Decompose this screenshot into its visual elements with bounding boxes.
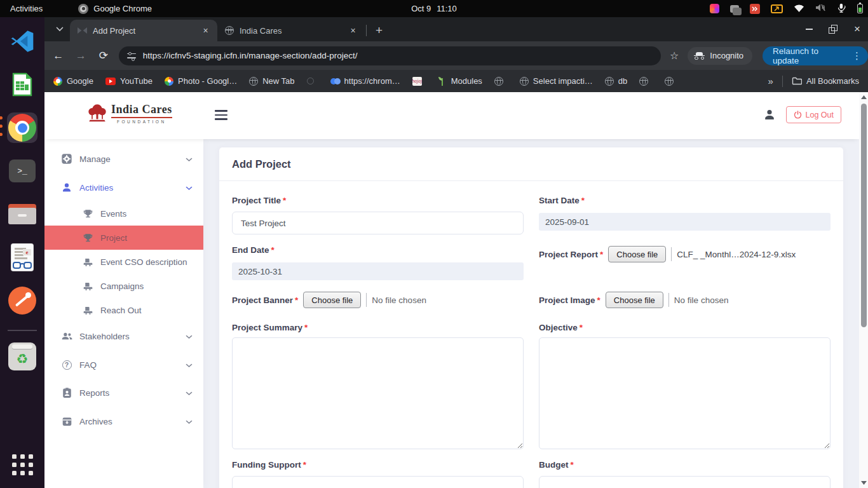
sidebar-item-faq[interactable]: ? FAQ (44, 353, 203, 376)
blue-link-icon (330, 78, 340, 85)
sidebar-item-project[interactable]: Project (44, 226, 203, 250)
bookmark-google[interactable]: Google (53, 76, 93, 86)
trash-icon: ♻ (8, 342, 36, 370)
browser-menu-icon[interactable]: ⋮ (852, 50, 862, 62)
dock-google-chrome[interactable] (7, 112, 37, 143)
bookmark-globe-1[interactable] (494, 77, 508, 86)
bookmark-bajaj[interactable]: bajaj (412, 77, 426, 86)
relaunch-to-update-button[interactable]: Relaunch to update ⋮ (763, 46, 868, 65)
project-report-choose-file-button[interactable]: Choose file (608, 246, 666, 262)
bookmark-select-impact[interactable]: Select impacti… (520, 76, 593, 86)
dock-terminal[interactable]: >_ (7, 156, 37, 186)
sidebar-item-reach-out[interactable]: Reach Out (44, 299, 203, 322)
clock[interactable]: Oct 9 11:10 (411, 4, 457, 13)
sidebar-item-events[interactable]: Events (44, 202, 203, 225)
project-report-label: Project Report* (539, 250, 603, 259)
sidebar-item-campaigns[interactable]: Campaigns (44, 274, 203, 297)
tab-search-button[interactable] (52, 22, 67, 37)
tab-add-project[interactable]: Add Project × (70, 20, 217, 41)
logout-button[interactable]: Log Out (786, 106, 841, 123)
help-icon: ? (60, 360, 73, 370)
back-button[interactable]: ← (50, 47, 67, 65)
seat-icon (81, 257, 94, 268)
screenshare-indicator-icon (750, 4, 760, 14)
project-banner-label: Project Banner* (232, 295, 298, 305)
bookmark-star-icon[interactable]: ☆ (670, 50, 679, 62)
page-scrollbar[interactable] (859, 92, 868, 488)
activities-hotcorner[interactable]: Activities (0, 4, 53, 13)
objective-label: Objective* (539, 323, 583, 332)
project-banner-choose-file-button[interactable]: Choose file (303, 292, 361, 308)
scroll-up-arrow[interactable] (859, 93, 868, 101)
sidebar-item-stakeholders[interactable]: Stakeholders (44, 325, 203, 348)
incognito-badge: Incognito (688, 47, 752, 65)
sidebar-item-activities[interactable]: Activities (44, 176, 203, 199)
site-settings-icon[interactable] (126, 51, 137, 61)
system-tray[interactable] (710, 0, 863, 17)
funding-support-label: Funding Support* (232, 460, 306, 470)
project-summary-textarea[interactable] (232, 337, 524, 449)
dock-trash[interactable]: ♻ (7, 341, 37, 372)
card-header: Add Project (219, 147, 843, 181)
dock-vscode[interactable] (7, 26, 37, 57)
bookmark-modules[interactable]: Modules (438, 76, 482, 86)
forward-button[interactable]: → (72, 47, 90, 65)
google-photos-icon (165, 77, 173, 86)
bookmark-new-tab[interactable]: New Tab (249, 76, 294, 86)
close-window-button[interactable]: × (853, 25, 862, 34)
bajaj-icon: bajaj (412, 77, 422, 86)
reload-button[interactable]: ⟳ (95, 47, 112, 65)
bookmark-globe-3[interactable] (665, 77, 678, 86)
bookmark-db[interactable]: db (605, 76, 627, 86)
chat-indicator-icon (730, 5, 739, 13)
site-logo[interactable]: India Cares FOUNDATION (86, 103, 172, 124)
address-bar[interactable]: https://icfnv5-staging.icfn.in/manage-se… (119, 46, 661, 65)
tab-india-cares[interactable]: India Cares × (217, 20, 365, 41)
start-date-input[interactable] (539, 213, 831, 231)
new-tab-button[interactable]: + (370, 24, 388, 37)
sidebar-item-archives[interactable]: Archives (44, 410, 203, 433)
bookmark-youtube[interactable]: YouTube (105, 76, 153, 86)
bookmarks-overflow-button[interactable]: » (768, 76, 773, 86)
chevron-down-icon (186, 332, 193, 341)
sidebar-toggle-button[interactable] (215, 110, 227, 120)
settings-icon (60, 153, 73, 165)
end-date-input[interactable] (232, 262, 524, 280)
all-bookmarks-button[interactable]: All Bookmarks (792, 76, 859, 86)
restore-button[interactable] (829, 25, 837, 34)
bookmarks-bar: Google YouTube Photo - Googl… New Tab ht… (44, 70, 868, 92)
project-title-input[interactable] (232, 212, 524, 234)
bookmark-globe-2[interactable] (639, 77, 653, 86)
budget-input[interactable] (539, 476, 831, 488)
file-divider (366, 293, 367, 307)
tab-close-icon[interactable]: × (348, 25, 358, 36)
scrollbar-thumb[interactable] (861, 104, 867, 327)
user-icon[interactable] (763, 108, 776, 121)
globe-icon (605, 77, 614, 86)
incognito-label: Incognito (710, 51, 743, 60)
dock-document-viewer[interactable]: e (7, 242, 37, 273)
project-image-choose-file-button[interactable]: Choose file (606, 292, 663, 308)
bookmark-chrome-link[interactable]: https://chrom… (330, 76, 400, 86)
bookmark-photos[interactable]: Photo - Googl… (165, 76, 237, 86)
sidebar-item-manage[interactable]: Manage (44, 147, 203, 170)
focused-app-menu[interactable]: Google Chrome (78, 4, 152, 14)
logo-underline (111, 117, 172, 118)
tab-close-icon[interactable]: × (200, 25, 211, 36)
clock-time: 11:10 (437, 4, 457, 13)
objective-textarea[interactable] (539, 337, 831, 449)
bookmark-ring[interactable] (307, 78, 318, 85)
scroll-down-arrow[interactable] (859, 479, 868, 487)
show-applications-button[interactable] (12, 454, 33, 475)
dock-files[interactable] (7, 199, 37, 229)
logo-title: India Cares (111, 103, 172, 116)
dock-postman[interactable] (7, 285, 37, 316)
google-icon (53, 77, 62, 86)
funding-support-input[interactable] (232, 476, 524, 488)
site-header: India Cares FOUNDATION Log Out (44, 92, 859, 139)
sidebar-item-event-cso-description[interactable]: Event CSO description (44, 250, 203, 273)
minimize-button[interactable] (804, 25, 813, 34)
sidebar-item-reports[interactable]: Reports (44, 381, 203, 404)
bowtie-favicon (78, 27, 87, 34)
dock-libreoffice-calc[interactable] (7, 69, 37, 100)
